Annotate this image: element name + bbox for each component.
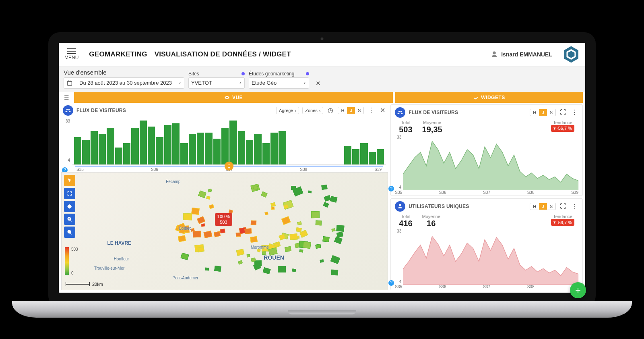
- options-icon[interactable]: ⋮: [570, 202, 578, 210]
- eye-icon: [224, 95, 230, 100]
- zoom-out-tool[interactable]: [64, 227, 75, 238]
- date-range-select[interactable]: Du 28 août 2023 au 30 septembre 2023 ‹: [64, 77, 184, 89]
- group-icon: [63, 105, 73, 116]
- widget-users-header: UTILISATEURS UNIQUES HJS ⛶ ⋮: [393, 200, 580, 212]
- y-max: 33: [63, 119, 70, 123]
- widget-flux-stats: Total503 Moyenne19,35 Tendance▾ -56,7 %: [393, 119, 580, 135]
- etudes-value: Etude Géo: [252, 80, 300, 86]
- crumb-geomarketing[interactable]: GEOMARKETING: [89, 50, 147, 58]
- user-name: Isnard EMMANUEL: [501, 51, 552, 58]
- expand-icon[interactable]: ⛶: [559, 108, 567, 116]
- hamburger-icon: [67, 48, 76, 54]
- slider-handle[interactable]: ▴▾: [225, 162, 233, 171]
- city-trouville: Trouville-sur-Mer: [94, 266, 124, 270]
- flux-title: FLUX DE VISITEURS: [76, 108, 126, 113]
- agg-select[interactable]: Agrégé‹: [276, 107, 299, 114]
- cursor-tool[interactable]: [64, 175, 75, 186]
- chevron-left-icon[interactable]: ‹: [303, 80, 306, 86]
- tab-bar: ☰ VUE WIDGETS: [59, 92, 585, 103]
- bullet-icon: [306, 72, 309, 75]
- tab-widgets[interactable]: WIDGETS: [395, 92, 583, 103]
- trend-badge: ▾ -56,7 %: [551, 219, 574, 226]
- widget-users-chart: 33 4: [393, 229, 580, 285]
- view-selector: Vue d'ensemble Du 28 août 2023 au 30 sep…: [64, 69, 184, 89]
- sites-select[interactable]: YVETOT ‹: [188, 77, 245, 89]
- trend-badge: ▾ -56,7 %: [551, 125, 574, 132]
- breadcrumb: GEOMARKETING VISUALISATION DE DONNÉES / …: [89, 50, 291, 58]
- city-honfleur: Honfleur: [114, 257, 129, 261]
- bars: [72, 121, 386, 165]
- svg-marker-1: [568, 51, 575, 58]
- tab-widgets-label: WIDGETS: [481, 95, 505, 100]
- widget-flux-title: FLUX DE VISITEURS: [409, 110, 458, 115]
- menu-button[interactable]: MENU: [64, 48, 78, 60]
- sites-filter: Sites YVETOT ‹: [188, 71, 245, 89]
- right-column: FLUX DE VISITEURS HJS ⛶ ⋮ Total503 Moyen…: [390, 104, 583, 290]
- zoom-in-tool[interactable]: [64, 214, 75, 225]
- locate-tool[interactable]: [64, 201, 75, 212]
- clear-filter-button[interactable]: ✕: [313, 78, 323, 89]
- list-icon[interactable]: ☰: [61, 92, 72, 103]
- close-icon[interactable]: ✕: [378, 106, 386, 114]
- city-rouen: ROUEN: [264, 254, 284, 261]
- user-chip[interactable]: Isnard EMMANUEL: [491, 51, 552, 58]
- view-title: Vue d'ensemble: [64, 69, 184, 76]
- clock-icon[interactable]: ◷: [326, 106, 334, 114]
- map-scale: 20km: [66, 282, 103, 287]
- camera-dot: [321, 37, 324, 40]
- tab-vue[interactable]: VUE: [74, 92, 393, 103]
- widget-flux-chart: 33 4: [393, 135, 580, 191]
- zones-select[interactable]: Zones‹: [302, 107, 323, 114]
- y-min: 4: [63, 158, 70, 162]
- help-icon[interactable]: ?: [388, 280, 394, 286]
- time-slider[interactable]: ▴▾: [75, 166, 383, 166]
- laptop-base: [12, 301, 632, 318]
- left-column: FLUX DE VISITEURS Agrégé‹ Zones‹ ◷ H J S…: [61, 104, 388, 290]
- toggle-h[interactable]: H: [338, 107, 347, 114]
- widget-users-stats: Total416 Moyenne16 Tendance▾ -56,7 %: [393, 212, 580, 229]
- topbar: MENU GEOMARKETING VISUALISATION DE DONNÉ…: [59, 43, 585, 67]
- laptop-frame: MENU GEOMARKETING VISUALISATION DE DONNÉ…: [48, 32, 596, 307]
- user-icon: [491, 51, 498, 58]
- expand-icon[interactable]: ⛶: [559, 202, 567, 210]
- bar-chart: 33 4 ▴▾ S35 S36 S37 S38 S39 ?: [61, 118, 388, 171]
- toggle-s[interactable]: S: [355, 107, 363, 114]
- crumb-visualisation[interactable]: VISUALISATION DE DONNÉES / WIDGET: [155, 50, 291, 58]
- city-lehavre: LE HAVRE: [107, 240, 131, 246]
- hjs-toggle[interactable]: HJS: [530, 109, 556, 116]
- options-icon[interactable]: ⋮: [367, 106, 375, 114]
- tab-vue-label: VUE: [232, 95, 243, 100]
- etudes-filter: Études géomarketing Etude Géo ‹: [249, 71, 309, 89]
- hjs-toggle[interactable]: H J S: [338, 107, 364, 114]
- menu-label: MENU: [64, 55, 78, 60]
- widget-flux: FLUX DE VISITEURS HJS ⛶ ⋮ Total503 Moyen…: [390, 104, 583, 196]
- app-logo: [563, 46, 580, 63]
- chevron-left-icon[interactable]: ‹: [239, 80, 242, 86]
- hjs-toggle[interactable]: HJS: [530, 203, 556, 210]
- widget-users-title: UTILISATEURS UNIQUES: [409, 204, 469, 209]
- etudes-label: Études géomarketing: [249, 71, 294, 77]
- filter-bar: Vue d'ensemble Du 28 août 2023 au 30 sep…: [59, 67, 585, 92]
- user-icon: [395, 201, 405, 212]
- content: FLUX DE VISITEURS Agrégé‹ Zones‹ ◷ H J S…: [59, 103, 585, 293]
- sites-label: Sites: [188, 71, 199, 77]
- sites-value: YVETOT: [191, 80, 235, 86]
- map-popup: 100 %503: [215, 213, 232, 225]
- options-icon[interactable]: ⋮: [570, 108, 578, 116]
- calendar-icon: [66, 80, 73, 86]
- map-tools: [64, 175, 75, 238]
- city-fecamp: Fécamp: [166, 179, 180, 184]
- flux-panel-header: FLUX DE VISITEURS Agrégé‹ Zones‹ ◷ H J S…: [61, 104, 388, 116]
- etudes-select[interactable]: Etude Géo ‹: [249, 77, 309, 89]
- chevron-left-icon[interactable]: ‹: [178, 80, 182, 86]
- chart-line-icon: [473, 95, 479, 100]
- map[interactable]: 100 %503 LE HAVRE ROUEN Fécamp Bolbec Tr…: [61, 172, 388, 290]
- map-legend: 5030: [65, 247, 78, 275]
- bullet-icon: [242, 72, 245, 75]
- city-pontaudemer: Pont-Audemer: [172, 276, 198, 280]
- city-bolbec: Bolbec: [179, 226, 192, 231]
- toggle-j[interactable]: J: [347, 107, 355, 114]
- app-screen: MENU GEOMARKETING VISUALISATION DE DONNÉ…: [59, 43, 585, 293]
- fullscreen-tool[interactable]: [64, 188, 75, 199]
- city-maromme: Maromme: [251, 245, 269, 250]
